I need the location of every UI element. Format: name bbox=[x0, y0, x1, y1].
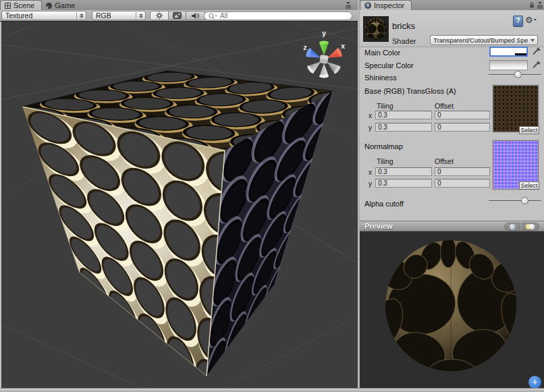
tiling-header: Tiling bbox=[377, 157, 393, 165]
scene-audio-toggle[interactable] bbox=[186, 11, 205, 20]
main-color-eyedropper-icon[interactable] bbox=[532, 47, 541, 57]
preview-zoom-button[interactable] bbox=[528, 376, 541, 388]
status-bar bbox=[0, 388, 544, 392]
normal-offset-x-field[interactable] bbox=[435, 167, 490, 176]
base-texture-thumbnail[interactable] bbox=[493, 85, 539, 132]
inspector-tab-menu-icon[interactable] bbox=[537, 1, 543, 9]
tiling-header: Tiling bbox=[377, 102, 393, 110]
y-label: y bbox=[362, 124, 372, 132]
image-icon bbox=[173, 12, 182, 19]
scene-pane: Scene Game Textured RGB bbox=[0, 0, 358, 388]
search-icon bbox=[209, 13, 218, 20]
scene-3d-view: yxz bbox=[1, 22, 358, 388]
alpha-strip bbox=[491, 53, 526, 55]
scene-skybox-toggle[interactable] bbox=[169, 11, 186, 20]
render-mode-value: Textured bbox=[5, 11, 32, 20]
x-label: x bbox=[362, 112, 372, 119]
light-off-icon bbox=[529, 224, 535, 229]
search-input[interactable] bbox=[220, 12, 348, 20]
gizmo-z-label: z bbox=[303, 43, 307, 51]
gear-icon[interactable] bbox=[525, 15, 537, 25]
specular-color-eyedropper-icon[interactable] bbox=[532, 60, 541, 70]
y-label: y bbox=[362, 180, 372, 188]
preview-lighting-button[interactable] bbox=[521, 223, 539, 231]
preview-sphere bbox=[360, 231, 544, 388]
info-icon bbox=[364, 2, 371, 9]
tab-inspector-label: Inspector bbox=[374, 1, 404, 9]
preview-content[interactable] bbox=[360, 231, 544, 388]
inspector-pane: Inspector bricks Shader Transparent/Cuto… bbox=[360, 0, 544, 388]
material-preview-icon bbox=[363, 16, 389, 42]
color-channel-value: RGB bbox=[96, 11, 111, 20]
scene-tab-menu-icon[interactable] bbox=[345, 1, 352, 9]
chevron-down-icon bbox=[531, 39, 535, 42]
tab-game[interactable]: Game bbox=[42, 1, 82, 10]
scene-viewport[interactable]: yxz bbox=[1, 22, 358, 388]
updown-icon bbox=[76, 12, 84, 19]
unity-editor-window: Scene Game Textured RGB bbox=[0, 0, 544, 392]
tab-scene[interactable]: Scene bbox=[0, 0, 42, 10]
scene-tabbar: Scene Game bbox=[0, 0, 358, 11]
shader-label: Shader bbox=[392, 37, 416, 45]
sun-icon bbox=[155, 11, 163, 20]
preview-header: Preview bbox=[360, 221, 544, 231]
base-map-label: Base (RGB) TransGloss (A) bbox=[364, 87, 456, 95]
normal-tiling-x-field[interactable] bbox=[375, 167, 432, 176]
shininess-label: Shininess bbox=[364, 74, 397, 82]
material-header: bricks Shader Transparent/Cutout/Bumped … bbox=[360, 10, 544, 47]
color-channel-dropdown[interactable]: RGB bbox=[92, 11, 146, 20]
offset-header: Offset bbox=[435, 102, 454, 110]
game-icon bbox=[46, 3, 52, 9]
shininess-slider-thumb[interactable] bbox=[514, 71, 522, 78]
scene-search-field[interactable] bbox=[204, 11, 352, 20]
material-name: bricks bbox=[392, 21, 415, 31]
main-color-label: Main Color bbox=[364, 49, 400, 57]
preview-shape-button[interactable] bbox=[504, 223, 520, 231]
tab-inspector[interactable]: Inspector bbox=[360, 0, 412, 10]
scene-grid-icon bbox=[5, 3, 11, 9]
shader-dropdown[interactable]: Transparent/Cutout/Bumped Spe bbox=[430, 35, 538, 45]
help-icon[interactable]: ? bbox=[513, 16, 523, 27]
alpha-cutoff-label: Alpha cutoff bbox=[364, 200, 404, 208]
tab-scene-label: Scene bbox=[13, 1, 34, 9]
updown-icon bbox=[136, 12, 143, 19]
sphere-icon bbox=[510, 224, 516, 230]
normal-tiling-y-field[interactable] bbox=[375, 179, 432, 188]
main-color-swatch[interactable] bbox=[489, 47, 528, 57]
specular-color-label: Specular Color bbox=[364, 61, 414, 69]
base-tiling-x-field[interactable] bbox=[375, 111, 432, 119]
base-offset-y-field[interactable] bbox=[435, 123, 490, 132]
slider-track bbox=[489, 200, 541, 202]
base-tiling-y-field[interactable] bbox=[375, 123, 432, 132]
base-texture-select-button[interactable]: Select bbox=[519, 126, 539, 134]
specular-color-swatch[interactable] bbox=[489, 60, 528, 70]
tab-game-label: Game bbox=[55, 1, 75, 9]
offset-header: Offset bbox=[435, 157, 454, 165]
x-label: x bbox=[362, 169, 372, 176]
preview-title: Preview bbox=[364, 222, 393, 230]
normal-offset-y-field[interactable] bbox=[435, 179, 490, 188]
speaker-icon bbox=[191, 12, 200, 20]
gizmo-y-label: y bbox=[322, 29, 327, 37]
alpha-cutoff-slider[interactable] bbox=[489, 196, 541, 205]
scene-toolbar: Textured RGB bbox=[0, 10, 358, 22]
inspector-tabbar: Inspector bbox=[360, 0, 544, 11]
normalmap-select-button[interactable]: Select bbox=[519, 181, 539, 190]
inspector-lock-icon[interactable] bbox=[528, 1, 535, 9]
scene-lighting-toggle[interactable] bbox=[150, 11, 169, 20]
gizmo-x-label: x bbox=[341, 42, 346, 50]
shader-value: Transparent/Cutout/Bumped Spe bbox=[433, 36, 528, 44]
shininess-slider[interactable] bbox=[489, 70, 541, 79]
render-mode-dropdown[interactable]: Textured bbox=[1, 11, 86, 20]
normalmap-label: Normalmap bbox=[364, 142, 403, 150]
alpha-cutoff-slider-thumb[interactable] bbox=[521, 197, 528, 204]
base-offset-x-field[interactable] bbox=[435, 111, 490, 119]
